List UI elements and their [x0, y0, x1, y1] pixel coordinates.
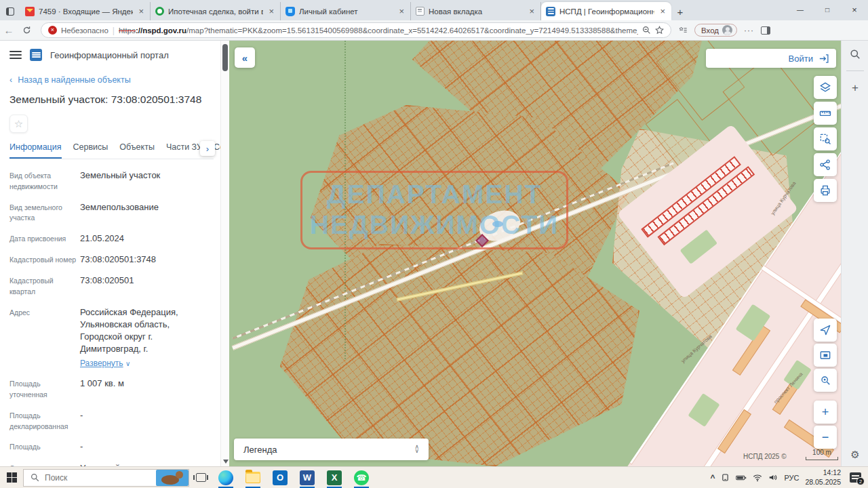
legend-expand-icon: ∧∨ [414, 445, 419, 453]
geolocation-button[interactable] [814, 319, 837, 342]
layers-button[interactable] [814, 76, 837, 99]
taskbar-whatsapp[interactable]: ☎ [348, 467, 375, 488]
tab-title: НСПД | Геоинформационный по [559, 7, 654, 16]
panel-scrollbar[interactable] [220, 41, 229, 466]
print-button[interactable] [814, 179, 837, 202]
taskbar-file-explorer[interactable] [239, 467, 267, 488]
close-icon[interactable]: × [528, 6, 536, 16]
clock[interactable]: 14:12 28.05.2025 [805, 468, 841, 486]
close-window-button[interactable]: × [841, 0, 868, 19]
url-host: ://nspd.gov.ru [136, 26, 186, 35]
browser-tab-account[interactable]: Личный кабинет × [281, 2, 411, 20]
tab-title: 7459 · Входящие — Яндекс Почт [39, 7, 133, 16]
browser-tab-nspd-active[interactable]: НСПД | Геоинформационный по × [541, 2, 671, 20]
measure-ruler-button[interactable] [814, 102, 837, 125]
system-tray: ^ РУС 14:12 28.05.2025 2 [710, 468, 868, 486]
share-button[interactable] [814, 153, 837, 176]
taskbar-search-box[interactable] [23, 469, 189, 487]
tab-parcel-parts[interactable]: Части ЗУ [166, 142, 202, 159]
browser-tab-newtab[interactable]: Новая вкладка × [411, 2, 541, 20]
device-icon[interactable] [721, 473, 730, 482]
collapse-panel-button[interactable]: « [235, 47, 255, 68]
zoom-out-button[interactable]: − [814, 426, 837, 449]
nspd-logo [30, 49, 42, 61]
wifi-icon[interactable] [753, 474, 762, 482]
search-highlight-image[interactable] [156, 470, 189, 486]
search-input[interactable] [45, 473, 151, 483]
window-controls: — □ × [787, 0, 868, 19]
reload-button[interactable] [18, 26, 35, 35]
close-icon[interactable]: × [137, 6, 145, 16]
task-view-icon [196, 473, 206, 482]
security-label[interactable]: Небезопасно [61, 26, 108, 35]
taskbar-word[interactable]: W [294, 467, 321, 488]
portal-title: Геоинформационный портал [50, 50, 169, 60]
sidebar-toggle-icon[interactable] [761, 26, 770, 35]
map-canvas[interactable]: улица Курчатова улица Курчатова проспект… [229, 41, 841, 466]
tab-objects[interactable]: Объекты [119, 142, 155, 159]
expand-address-link[interactable]: Развернуть ∨ [80, 358, 214, 369]
more-menu-button[interactable]: ··· [744, 26, 754, 35]
sidebar-settings-gear-icon[interactable]: ⚙ [842, 449, 868, 461]
address-value: Российская Федерация, Ульяновская област… [80, 307, 178, 354]
taskbar-edge[interactable] [212, 467, 239, 488]
minimize-button[interactable]: — [787, 0, 814, 19]
start-button[interactable] [0, 472, 23, 483]
sidebar-add-icon[interactable]: + [842, 81, 868, 95]
url-text[interactable]: https://nspd.gov.ru/map?thematic=PKK&zoo… [119, 26, 638, 35]
panel-header: Геоинформационный портал [9, 49, 214, 61]
account-favicon [285, 7, 295, 16]
search-on-map-button[interactable] [814, 369, 837, 392]
zoom-out-page-icon[interactable] [642, 26, 651, 35]
favorite-parcel-button[interactable]: ☆ [9, 115, 28, 133]
building-block [717, 409, 751, 453]
sidebar-search-icon[interactable] [842, 49, 868, 60]
map-tools-upper [814, 76, 837, 202]
address-bar[interactable]: × Небезопасно | https://nspd.gov.ru/map?… [41, 22, 671, 38]
taskbar-outlook[interactable]: O [267, 467, 294, 488]
info-panel: Геоинформационный портал ‹ Назад в найде… [0, 41, 220, 466]
task-view-button[interactable] [189, 473, 212, 482]
area-select-button[interactable] [814, 127, 837, 150]
browser-tab-mortgage[interactable]: Ипотечная сделка, войти в личн × [151, 2, 281, 20]
address-separator: | [113, 26, 115, 35]
tab-title: Ипотечная сделка, войти в личн [168, 7, 263, 16]
scrollbar-thumb[interactable] [222, 44, 228, 71]
field-row: Вид земельного участкаЗемлепользование [9, 201, 214, 224]
outlook-icon: O [273, 470, 288, 485]
tab-search-button[interactable] [0, 3, 20, 20]
close-icon[interactable]: × [658, 6, 667, 16]
login-label: Вход [701, 26, 719, 35]
zoom-in-button[interactable]: + [814, 401, 837, 424]
legend-dropdown[interactable]: Легенда ∧∨ [234, 439, 429, 460]
tabs-overflow-button[interactable]: › [200, 141, 215, 156]
back-to-results-link[interactable]: ‹ Назад в найденные объекты [9, 75, 214, 85]
tray-expand-chevron[interactable]: ^ [710, 473, 715, 483]
maximize-button[interactable]: □ [814, 0, 841, 19]
tab-information[interactable]: Информация [9, 142, 62, 159]
toolbar-right: Вход ··· [678, 24, 770, 37]
tab-title: Новая вкладка [429, 7, 524, 16]
collections-icon[interactable] [678, 26, 688, 35]
close-icon[interactable]: × [267, 6, 275, 16]
back-button[interactable]: ← [0, 24, 18, 36]
close-icon[interactable]: × [397, 6, 406, 16]
browser-side-rail: + ⚙ [841, 41, 868, 466]
browser-login-button[interactable]: Вход [694, 24, 737, 37]
new-tab-button[interactable]: + [671, 3, 689, 20]
battery-icon[interactable] [736, 474, 747, 482]
field-row: Площадь декларированная- [9, 409, 214, 432]
taskbar-excel[interactable]: X [321, 467, 348, 488]
volume-icon[interactable] [768, 473, 778, 482]
overview-map-button[interactable] [814, 344, 837, 367]
language-indicator[interactable]: РУС [784, 474, 799, 482]
hamburger-menu-icon[interactable] [9, 51, 22, 59]
tab-services[interactable]: Сервисы [73, 142, 108, 159]
notification-center-icon[interactable]: 2 [850, 472, 861, 483]
yandex-mail-favicon [25, 7, 35, 16]
scrollbar-down-arrow[interactable] [223, 460, 229, 464]
map-login-button[interactable]: Войти [706, 49, 836, 68]
browser-tab-mail[interactable]: 7459 · Входящие — Яндекс Почт × [20, 2, 151, 20]
excel-icon: X [327, 470, 342, 485]
favorite-star-icon[interactable] [655, 26, 664, 35]
